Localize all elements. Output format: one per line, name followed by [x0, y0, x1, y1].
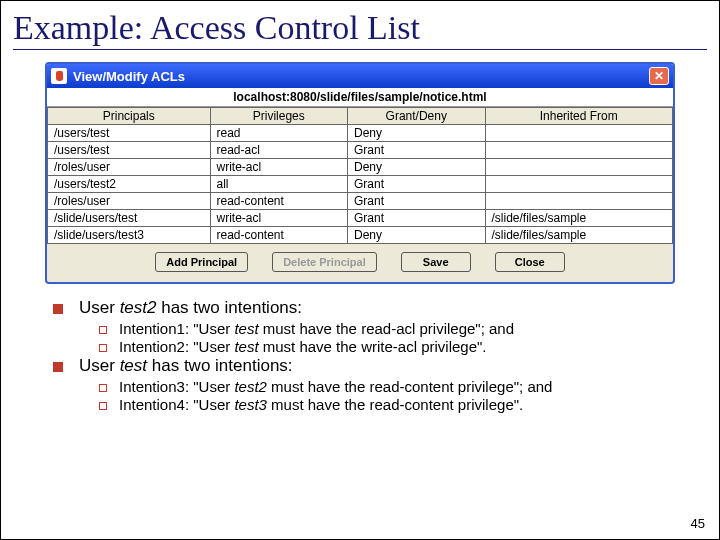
hollow-square-icon — [99, 344, 107, 352]
bullet-text: Intention1: "User test must have the rea… — [119, 320, 514, 337]
table-row[interactable]: /users/testreadDeny — [48, 125, 673, 142]
title-underline — [13, 49, 707, 50]
hollow-square-icon — [99, 326, 107, 334]
delete-principal-button[interactable]: Delete Principal — [272, 252, 377, 272]
col-grantdeny: Grant/Deny — [348, 108, 486, 125]
table-row[interactable]: /slide/users/test3read-contentDeny/slide… — [48, 227, 673, 244]
resource-path: localhost:8080/slide/files/sample/notice… — [47, 88, 673, 107]
java-icon — [51, 68, 67, 84]
add-principal-button[interactable]: Add Principal — [155, 252, 248, 272]
table-row[interactable]: /users/test2allGrant — [48, 176, 673, 193]
hollow-square-icon — [99, 402, 107, 410]
square-bullet-icon — [53, 362, 63, 372]
table-row[interactable]: /slide/users/testwrite-aclGrant/slide/fi… — [48, 210, 673, 227]
bullet-level2: Intention1: "User test must have the rea… — [99, 320, 687, 337]
bullet-text: Intention3: "User test2 must have the re… — [119, 378, 552, 395]
hollow-square-icon — [99, 384, 107, 392]
col-principals: Principals — [48, 108, 211, 125]
acl-window: View/Modify ACLs ✕ localhost:8080/slide/… — [45, 62, 675, 284]
bullet-text: Intention4: "User test3 must have the re… — [119, 396, 523, 413]
save-button[interactable]: Save — [401, 252, 471, 272]
close-icon[interactable]: ✕ — [649, 67, 669, 85]
table-body: /users/testreadDeny /users/testread-aclG… — [48, 125, 673, 244]
bullet-text: User test2 has two intentions: — [79, 298, 302, 318]
titlebar: View/Modify ACLs ✕ — [47, 64, 673, 88]
square-bullet-icon — [53, 304, 63, 314]
page-number: 45 — [691, 516, 705, 531]
bullet-level2: Intention4: "User test3 must have the re… — [99, 396, 687, 413]
bullet-level1: User test2 has two intentions: — [53, 298, 687, 318]
col-inherited: Inherited From — [485, 108, 673, 125]
button-row: Add Principal Delete Principal Save Clos… — [47, 244, 673, 282]
window-title: View/Modify ACLs — [73, 69, 185, 84]
table-row[interactable]: /roles/userwrite-aclDeny — [48, 159, 673, 176]
bullet-level1: User test has two intentions: — [53, 356, 687, 376]
title-wrap: Example: Access Control List — [1, 1, 719, 62]
acl-table: Principals Privileges Grant/Deny Inherit… — [47, 107, 673, 244]
slide-title: Example: Access Control List — [13, 9, 707, 47]
bullet-level2: Intention2: "User test must have the wri… — [99, 338, 687, 355]
bullet-list: User test2 has two intentions: Intention… — [53, 298, 687, 413]
table-header-row: Principals Privileges Grant/Deny Inherit… — [48, 108, 673, 125]
bullet-level2: Intention3: "User test2 must have the re… — [99, 378, 687, 395]
table-row[interactable]: /roles/userread-contentGrant — [48, 193, 673, 210]
close-button[interactable]: Close — [495, 252, 565, 272]
table-row[interactable]: /users/testread-aclGrant — [48, 142, 673, 159]
bullet-text: Intention2: "User test must have the wri… — [119, 338, 487, 355]
slide: Example: Access Control List View/Modify… — [0, 0, 720, 540]
bullet-text: User test has two intentions: — [79, 356, 293, 376]
col-privileges: Privileges — [210, 108, 348, 125]
